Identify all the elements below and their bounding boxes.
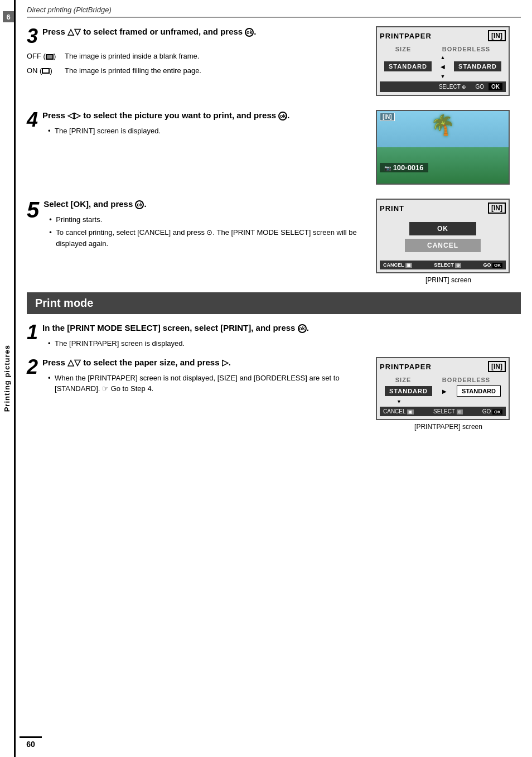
print-footer-select: SELECT ⊕	[434, 262, 461, 268]
step5-section: 5 Select [OK], and press ok. Printing st…	[27, 199, 521, 284]
step5-title: Select [OK], and press ok.	[43, 199, 365, 210]
pm-step2-title: Press △▽ to select the paper size, and p…	[42, 357, 365, 368]
step5-bullet1: Printing starts.	[49, 214, 365, 225]
pp1-ok-btn: OK	[489, 83, 502, 90]
page-number: 60	[20, 736, 42, 749]
step4-section: 4 Press ◁▷ to select the picture you wan…	[27, 110, 521, 187]
step4-right: [IN] 🌴 📷 100-0016 SELECT ⊕ PRINT OK SING	[376, 110, 521, 187]
step5-bullet2: To cancel printing, select [CANCEL] and …	[49, 227, 365, 249]
step4-number: 4	[27, 110, 38, 130]
page-header: Direct printing (PictBridge)	[27, 6, 521, 18]
step3-right: PRINTPAPER [IN] SIZE BORDERLESS ▲ STANDA…	[376, 26, 521, 99]
printpaper-screen-2: PRINTPAPER [IN] SIZE BORDERLESS STANDARD…	[376, 357, 510, 420]
pm-step1: 1 In the [PRINT MODE SELECT] screen, sel…	[27, 322, 521, 349]
pm-step1-number: 1	[27, 322, 38, 343]
pm-step1-title: In the [PRINT MODE SELECT] screen, selec…	[42, 322, 309, 334]
step4-bullet1: The [PRINT] screen is displayed.	[48, 126, 289, 137]
pp1-select-label: SELECT ⊕	[439, 84, 467, 90]
step5-right: PRINT [IN] OK CANCEL CANCEL ▣ SELECT ⊕ G…	[376, 199, 521, 284]
pp2-cancel-label: CANCEL ▣	[383, 408, 414, 414]
printpaper-screen-2-caption: [PRINTPAPER] screen	[376, 423, 521, 431]
pm-step1-bullet1: The [PRINTPAPER] screen is displayed.	[48, 338, 309, 349]
step4-left: 4 Press ◁▷ to select the picture you wan…	[27, 110, 376, 187]
step3-section: 3 Press △▽ to select framed or unframed,…	[27, 26, 521, 99]
photo-in-tag: [IN]	[380, 113, 395, 121]
printpaper-screen-1: PRINTPAPER [IN] SIZE BORDERLESS ▲ STANDA…	[376, 26, 510, 96]
print-mode-header: Print mode	[27, 292, 521, 314]
step3-title: Press △▽ to select framed or unframed, a…	[42, 26, 256, 37]
step5-number: 5	[27, 199, 39, 221]
photo-screen: [IN] 🌴 📷 100-0016 SELECT ⊕ PRINT OK SING	[376, 110, 510, 185]
step3-body: OFF () The image is printed inside a bla…	[27, 51, 365, 76]
print-screen: PRINT [IN] OK CANCEL CANCEL ▣ SELECT ⊕ G…	[376, 199, 510, 273]
pm-step2: 2 Press △▽ to select the paper size, and…	[27, 357, 521, 431]
pm-step2-bullet1: When the [PRINTPAPER] screen is not disp…	[48, 373, 365, 394]
sidebar: 6 Printing pictures	[0, 0, 16, 757]
step3-left: 3 Press △▽ to select framed or unframed,…	[27, 26, 376, 79]
print-ok-btn: OK	[409, 222, 476, 235]
sidebar-label: Printing pictures	[3, 345, 11, 412]
step5-left: 5 Select [OK], and press ok. Printing st…	[27, 199, 376, 284]
pp2-go-label: GO OK	[482, 408, 502, 414]
print-footer-go: GO OK	[483, 262, 502, 268]
pp1-go-label: GO	[475, 84, 484, 90]
pp2-select-label: SELECT ⊕	[433, 408, 463, 414]
print-cancel-btn: CANCEL	[405, 239, 481, 252]
print-footer-cancel: CANCEL ▣	[383, 262, 412, 268]
pm-step2-left: 2 Press △▽ to select the paper size, and…	[27, 357, 376, 431]
step4-title: Press ◁▷ to select the picture you want …	[42, 110, 289, 121]
main-content: Direct printing (PictBridge) 3 Press △▽ …	[16, 0, 532, 442]
pm-step2-number: 2	[27, 357, 38, 377]
pm-step2-right: PRINTPAPER [IN] SIZE BORDERLESS STANDARD…	[376, 357, 521, 431]
print-screen-caption: [PRINT] screen	[376, 276, 521, 284]
sidebar-number: 6	[3, 11, 14, 22]
step3-number: 3	[27, 26, 38, 46]
